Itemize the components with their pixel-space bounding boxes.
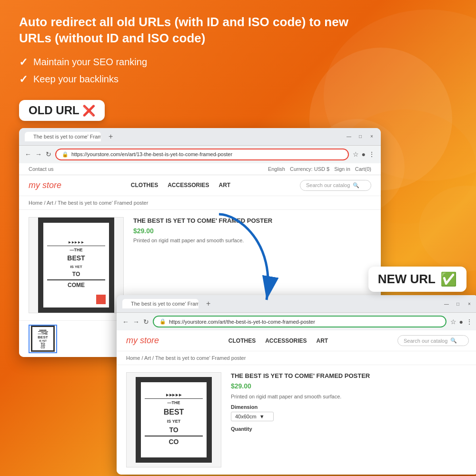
lock-icon: 🔒 (62, 151, 69, 158)
headline: Auto redirect all old URLs (with ID and … (19, 14, 352, 47)
browser-old-navbar: ← → ↻ 🔒 https://yourstore.com/en/art/13-… (19, 146, 381, 163)
browser-old-tab[interactable]: The best is yet to come' Frame... × (25, 132, 101, 141)
poster-framed: ▶ ▶ ▶ ▶ ▶ —THE BEST IS YET TO COME (38, 218, 114, 313)
new-window-controls: — □ × (443, 300, 473, 307)
star-icon[interactable]: ☆ (353, 150, 359, 158)
store-menu: CLOTHES ACCESSORIES ART (131, 182, 230, 188)
x-mark-icon: ❌ (82, 105, 95, 117)
new-poster-best: BEST (164, 407, 184, 417)
new-menu-art[interactable]: ART (317, 337, 328, 344)
nav-icons: ☆ ● ⋮ (353, 150, 375, 158)
new-url-badge: NEW URL ✅ (368, 267, 466, 292)
browser-new: The best is yet to come' Frame... × + — … (117, 295, 476, 475)
store-nav: my store CLOTHES ACCESSORIES ART Search … (19, 175, 381, 196)
check-icon-2: ✓ (19, 73, 28, 86)
cart-link[interactable]: Cart(0) (355, 166, 371, 172)
store-logo: my store (29, 180, 61, 190)
new-more-icon[interactable]: ⋮ (466, 318, 473, 326)
menu-clothes[interactable]: CLOTHES (131, 182, 158, 188)
check-mark-icon: ✅ (440, 271, 457, 287)
browser-new-titlebar: The best is yet to come' Frame... × + — … (117, 295, 476, 313)
old-url-label: OLD URL (29, 104, 79, 117)
currency-selector[interactable]: Currency: USD $ (290, 166, 329, 172)
quantity-label: Quantity (231, 426, 469, 432)
poster-red-accent (96, 295, 106, 304)
new-product-title: THE BEST IS YET TO COME' FRAMED POSTER (231, 372, 469, 379)
new-forward-btn[interactable]: → (133, 318, 139, 326)
bullet-list: ✓ Maintain your SEO ranking ✓ Keep your … (19, 56, 457, 86)
new-star-icon[interactable]: ☆ (450, 318, 456, 326)
dimension-label: Dimension (231, 404, 469, 410)
contact-link[interactable]: Contact us (29, 166, 54, 172)
reload-btn[interactable]: ↻ (46, 150, 51, 158)
new-search-icon[interactable]: 🔍 (450, 337, 457, 344)
new-url-label: NEW URL (378, 272, 436, 287)
poster-come: COME (47, 279, 105, 289)
search-placeholder: Search our catalog (306, 182, 350, 188)
new-product-desc: Printed on rigid matt paper and smooth s… (231, 394, 469, 399)
new-close-btn[interactable]: × (466, 300, 473, 307)
product-price-old: $29.00 (133, 227, 371, 235)
new-back-btn[interactable]: ← (122, 318, 129, 326)
new-nav-icons: ☆ ● ⋮ (450, 318, 473, 326)
new-poster-is-yet: IS YET (167, 418, 180, 425)
browser-new-navbar: ← → ↻ 🔒 https://yourstore.com/art/the-be… (117, 313, 476, 330)
menu-accessories[interactable]: ACCESSORIES (168, 182, 209, 188)
store-header-right: English Currency: USD $ Sign in Cart(0) (268, 166, 371, 172)
new-poster-co: CO (145, 436, 203, 447)
new-tab-btn[interactable]: + (105, 132, 117, 141)
old-url-address-bar[interactable]: 🔒 https://yourstore.com/en/art/13-the-be… (55, 149, 349, 160)
new-product-info: THE BEST IS YET TO COME' FRAMED POSTER $… (231, 372, 469, 467)
new-lock-icon: 🔒 (159, 318, 166, 325)
poster-the: —THE (47, 246, 105, 253)
browser-old-titlebar: The best is yet to come' Frame... × + — … (19, 128, 381, 146)
dimension-value: 40x60cm (235, 414, 257, 419)
new-play-icons: ▶ ▶ ▶ ▶ ▶ (166, 393, 182, 397)
minimize-btn[interactable]: — (346, 133, 352, 140)
new-poster-framed: ▶ ▶ ▶ ▶ ▶ —THE BEST IS YET TO CO (136, 377, 212, 463)
signin-link[interactable]: Sign in (334, 166, 350, 172)
new-search-placeholder: Search our catalog (404, 338, 447, 344)
browser-new-wrapper: The best is yet to come' Frame... × + — … (117, 295, 476, 475)
dimension-select[interactable]: 40x60cm ▼ (231, 412, 274, 421)
product-area-new: ▶ ▶ ▶ ▶ ▶ —THE BEST IS YET TO CO THE BES… (117, 365, 476, 475)
close-btn[interactable]: × (368, 133, 375, 140)
new-minimize-btn[interactable]: — (443, 300, 450, 307)
tab-title: The best is yet to come' Frame... (33, 134, 101, 139)
new-menu-accessories[interactable]: ACCESSORIES (265, 337, 307, 344)
old-url-badge: OLD URL ❌ (19, 100, 105, 121)
poster-to: TO (72, 270, 80, 278)
new-store-menu: CLOTHES ACCESSORIES ART (228, 337, 328, 344)
breadcrumb-old: Home / Art / The best is yet to come' Fr… (19, 196, 381, 210)
store-top-bar: Contact us English Currency: USD $ Sign … (19, 163, 381, 175)
new-search-box[interactable]: Search our catalog 🔍 (397, 335, 469, 346)
product-thumb-1[interactable]: ▶▶▶▶▶ —THE BEST IS YET TO CO (29, 325, 57, 353)
product-desc-old: Printed on rigid matt paper and smooth s… (133, 238, 371, 243)
new-product-image: ▶ ▶ ▶ ▶ ▶ —THE BEST IS YET TO CO (126, 372, 221, 467)
back-btn[interactable]: ← (25, 150, 31, 158)
old-url-text: https://yourstore.com/en/art/13-the-best… (71, 151, 232, 157)
new-maximize-btn[interactable]: □ (455, 300, 461, 307)
new-profile-icon[interactable]: ● (459, 318, 463, 326)
new-logo-store: store (140, 336, 159, 345)
more-icon[interactable]: ⋮ (368, 150, 375, 158)
product-image-old: ▶ ▶ ▶ ▶ ▶ —THE BEST IS YET TO COME (29, 217, 124, 313)
language-selector[interactable]: English (268, 166, 285, 172)
new-product-price: $29.00 (231, 382, 469, 390)
new-store-nav: my store CLOTHES ACCESSORIES ART Search … (117, 330, 476, 351)
browser-new-tab[interactable]: The best is yet to come' Frame... × (122, 299, 198, 308)
new-menu-clothes[interactable]: CLOTHES (228, 337, 256, 344)
search-icon[interactable]: 🔍 (353, 182, 359, 188)
new-poster-to: TO (169, 426, 178, 435)
maximize-btn[interactable]: □ (357, 133, 364, 140)
logo-store: store (42, 180, 61, 190)
add-tab-btn[interactable]: + (202, 299, 214, 308)
menu-art[interactable]: ART (219, 182, 231, 188)
forward-btn[interactable]: → (35, 150, 42, 158)
new-url-text: https://yourstore.com/art/the-best-is-ye… (169, 319, 315, 325)
new-store-logo: my store (126, 336, 159, 346)
profile-icon[interactable]: ● (362, 150, 366, 158)
new-reload-btn[interactable]: ↻ (143, 318, 149, 326)
search-box[interactable]: Search our catalog 🔍 (300, 180, 371, 191)
new-url-address-bar[interactable]: 🔒 https://yourstore.com/art/the-best-is-… (153, 316, 446, 327)
